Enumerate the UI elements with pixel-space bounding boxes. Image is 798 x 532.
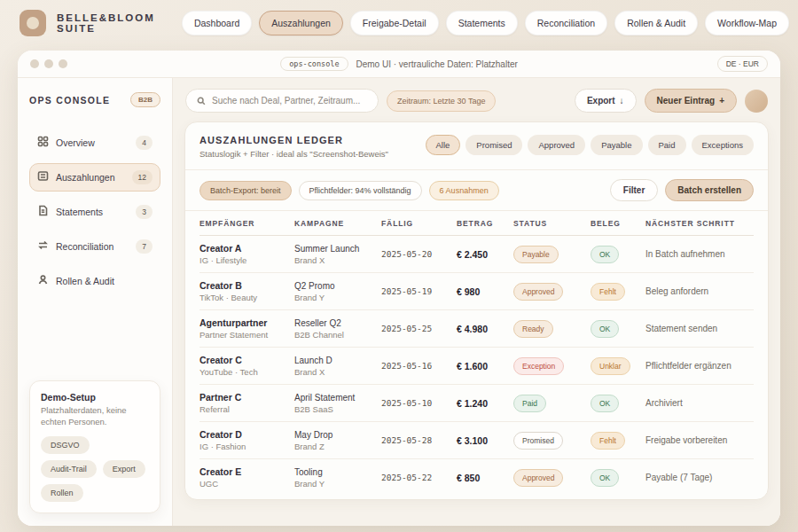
export-button[interactable]: Export ↓ — [575, 89, 637, 113]
beleg-badge: OK — [591, 395, 619, 412]
demo-chip-export[interactable]: Export — [103, 460, 145, 478]
table-row[interactable]: Creator DIG · FashionMay DropBrand Z2025… — [200, 422, 754, 459]
table-row[interactable]: Creator BTikTok · BeautyQ2 PromoBrand Y2… — [200, 273, 754, 310]
create-batch-button[interactable]: Batch erstellen — [665, 179, 754, 201]
locale-badge[interactable]: DE · EUR — [717, 56, 768, 72]
sidebar-item-auszahlungen[interactable]: Auszahlungen12 — [29, 163, 160, 192]
sidebar-item-overview[interactable]: Overview4 — [29, 129, 160, 157]
recipient-name: Creator A — [200, 243, 289, 254]
recipient-sub: Partner Statement — [200, 330, 289, 340]
sidebar-item-label: Statements — [56, 207, 103, 217]
window-title: Demo UI · vertrauliche Daten: Platzhalte… — [356, 59, 518, 69]
filter-chip-alle[interactable]: Alle — [426, 135, 461, 155]
top-nav-reconciliation[interactable]: Reconciliation — [525, 11, 607, 35]
column-header-empf-nger: EMPFÄNGER — [200, 211, 294, 235]
cell-amount: € 1.240 — [457, 391, 513, 416]
ledger-table: EMPFÄNGERKAMPAGNEFÄLLIGBETRAGSTATUSBELEG… — [185, 211, 768, 499]
campaign-sub: Brand Z — [294, 442, 376, 451]
traffic-light-minimize[interactable] — [44, 59, 53, 68]
campaign-sub: Brand Y — [294, 479, 376, 489]
beleg-badge: Unklar — [591, 357, 630, 375]
status-badge: Ready — [513, 320, 553, 338]
cell-due-date: 2025-05-22 — [381, 466, 457, 489]
sidebar-item-label: Reconciliation — [56, 241, 113, 252]
demo-chip-dsgvo[interactable]: DSGVO — [41, 436, 90, 454]
campaign-sub: B2B Channel — [294, 330, 376, 340]
cell-next-step: Archiviert — [645, 391, 754, 415]
column-header-beleg: BELEG — [591, 211, 645, 235]
cell-amount: € 2.450 — [457, 242, 513, 267]
recipient-sub: IG · Fashion — [200, 442, 289, 451]
top-nav-dashboard[interactable]: Dashboard — [182, 11, 252, 35]
users-icon — [37, 273, 49, 289]
cell-due-date: 2025-05-25 — [381, 317, 457, 340]
table-row[interactable]: Creator AIG · LifestyleSummer LaunchBran… — [200, 236, 754, 273]
status-badge: Payable — [513, 246, 559, 263]
recipient-name: Agenturpartner — [200, 317, 289, 328]
cell-campaign: Reseller Q2B2B Channel — [294, 311, 381, 347]
window-chrome: ops-console Demo UI · vertrauliche Daten… — [18, 51, 780, 78]
filter-chip-paid[interactable]: Paid — [648, 135, 686, 155]
status-badge: Exception — [513, 357, 564, 375]
cell-amount: € 4.980 — [457, 317, 513, 341]
traffic-light-zoom[interactable] — [59, 59, 67, 68]
ledger-badges-row: Batch-Export: bereitPflichtfelder: 94% v… — [185, 170, 768, 211]
cell-campaign: Q2 PromoBrand Y — [294, 274, 381, 309]
new-entry-button-label: Neuer Eintrag — [657, 96, 716, 106]
sidebar-item-count: 3 — [136, 205, 153, 219]
traffic-lights[interactable] — [30, 59, 67, 68]
cell-recipient: Creator AIG · Lifestyle — [200, 236, 294, 272]
status-filter-chips: AllePromisedApprovedPayablePaidException… — [426, 135, 754, 155]
sidebar-item-rollen-audit[interactable]: Rollen & Audit — [29, 267, 160, 295]
table-row[interactable]: Creator CYouTube · TechLaunch DBrand X20… — [200, 348, 754, 385]
sidebar-item-reconciliation[interactable]: Reconciliation7 — [29, 232, 160, 261]
ledger-badges: Batch-Export: bereitPflichtfelder: 94% v… — [200, 181, 499, 200]
campaign-name: Reseller Q2 — [294, 318, 376, 328]
top-nav-freigabe-detail[interactable]: Freigabe-Detail — [350, 11, 439, 35]
cell-recipient: Creator CYouTube · Tech — [200, 348, 294, 384]
recipient-name: Creator B — [200, 280, 289, 291]
campaign-sub: Brand X — [294, 367, 376, 377]
demo-chip-rollen[interactable]: Rollen — [41, 484, 83, 502]
cell-amount: € 1.600 — [457, 354, 513, 379]
table-row[interactable]: Partner CReferralApril StatementB2B SaaS… — [200, 385, 754, 422]
cell-beleg: OK — [591, 387, 645, 419]
zeitraum-filter-chip[interactable]: Zeitraum: Letzte 30 Tage — [387, 90, 496, 112]
top-header: BELLE&BLOOM SUITE DashboardAuszahlungenF… — [0, 0, 798, 46]
column-header-kampagne: KAMPAGNE — [294, 211, 381, 235]
filter-chip-payable[interactable]: Payable — [591, 135, 642, 155]
demo-chip-audit-trail[interactable]: Audit-Trail — [41, 460, 97, 478]
table-row[interactable]: Creator EUGCToolingBrand Y2025-05-22€ 85… — [200, 459, 754, 496]
window-title-group: ops-console Demo UI · vertrauliche Daten… — [18, 57, 780, 71]
filter-chip-exceptions[interactable]: Exceptions — [692, 135, 754, 155]
top-nav-auszahlungen[interactable]: Auszahlungen — [259, 11, 343, 35]
table-row[interactable]: AgenturpartnerPartner StatementReseller … — [200, 310, 754, 348]
grid-icon — [37, 135, 49, 151]
new-entry-button[interactable]: Neuer Eintrag + — [645, 89, 737, 113]
sidebar-item-count: 12 — [132, 170, 153, 184]
search-input[interactable] — [212, 96, 367, 106]
cell-next-step: Payable (7 Tage) — [645, 466, 754, 489]
recipient-name: Creator E — [200, 466, 289, 477]
brand-logo — [20, 10, 46, 36]
top-nav-statements[interactable]: Statements — [446, 11, 518, 35]
top-nav-workflow-map[interactable]: Workflow-Map — [705, 11, 789, 35]
ledger-subtitle: Statuslogik + Filter · ideal als "Screen… — [200, 149, 388, 159]
swap-icon — [37, 239, 49, 254]
top-nav-rollen-audit[interactable]: Rollen & Audit — [614, 11, 698, 35]
cell-due-date: 2025-05-16 — [381, 354, 457, 378]
filter-chip-approved[interactable]: Approved — [528, 135, 585, 155]
search-box[interactable] — [185, 89, 379, 113]
cell-beleg: OK — [591, 312, 645, 345]
filter-chip-promised[interactable]: Promised — [466, 135, 522, 155]
recipient-name: Creator D — [200, 429, 289, 440]
user-avatar[interactable] — [745, 90, 768, 113]
sidebar-item-statements[interactable]: Statements3 — [29, 198, 160, 226]
ledger-badge-6-ausnahmen: 6 Ausnahmen — [429, 181, 499, 200]
campaign-name: April Statement — [294, 393, 376, 403]
campaign-name: Tooling — [294, 467, 376, 477]
traffic-light-close[interactable] — [30, 59, 39, 68]
filter-button[interactable]: Filter — [610, 179, 658, 201]
campaign-sub: Brand X — [294, 255, 376, 265]
cell-due-date: 2025-05-10 — [381, 391, 457, 415]
